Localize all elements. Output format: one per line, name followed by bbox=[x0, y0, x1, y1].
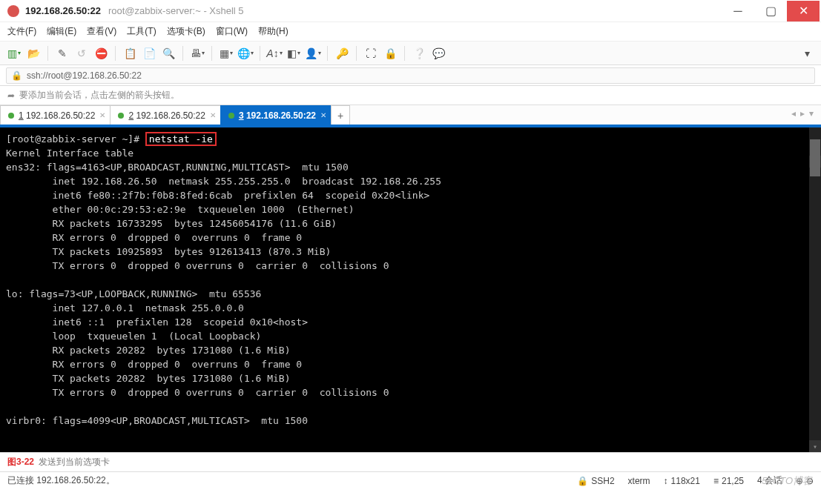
footer-hint: 图3-22 发送到当前选项卡 bbox=[0, 452, 821, 471]
app-icon bbox=[7, 5, 19, 17]
terminal-output: Kernel Interface table ens32: flags=4163… bbox=[6, 147, 441, 426]
edit-icon[interactable]: ✎ bbox=[54, 45, 70, 62]
window-title-main: 192.168.26.50:22 bbox=[25, 5, 101, 16]
toolbar: ▥▾ 📂 ✎ ↺ ⛔ 📋 📄 🔍 🖶▾ ▦▾ 🌐▾ A↕▾ ◧▾ 👤▾ 🔑 ⛶ … bbox=[0, 42, 821, 65]
status-proto: SSH2 bbox=[591, 476, 614, 486]
print-icon[interactable]: 🖶▾ bbox=[189, 45, 205, 62]
send-hint: 发送到当前选项卡 bbox=[39, 456, 110, 468]
tabs-next-icon[interactable]: ▸ bbox=[800, 108, 805, 119]
menubar: 文件(F) 编辑(E) 查看(V) 工具(T) 选项卡(B) 窗口(W) 帮助(… bbox=[0, 22, 821, 42]
close-icon[interactable]: ✕ bbox=[99, 111, 105, 119]
toolbar-overflow-icon[interactable]: ▾ bbox=[799, 45, 815, 62]
add-session-arrow-icon[interactable]: ➦ bbox=[7, 90, 15, 101]
status-connection: 已连接 192.168.26.50:22。 bbox=[7, 474, 115, 487]
status-minus-icon[interactable]: ⊖ bbox=[806, 476, 814, 486]
addressbar: 🔒 ssh://root@192.168.26.50:22 bbox=[0, 65, 821, 86]
terminal[interactable]: [root@zabbix-server ~]# netstat -ie Kern… bbox=[0, 127, 821, 452]
color-icon[interactable]: ◧▾ bbox=[286, 45, 302, 62]
window-minimize-button[interactable] bbox=[722, 1, 754, 21]
disconnect-icon[interactable]: ⛔ bbox=[93, 45, 109, 62]
ssh-lock-icon: 🔒 bbox=[11, 70, 22, 81]
globe-icon[interactable]: 🌐▾ bbox=[237, 45, 254, 62]
session-tab-1[interactable]: 1 192.168.26.50:22 ✕ bbox=[0, 105, 111, 125]
session-tab-3[interactable]: 3 192.168.26.50:22 ✕ bbox=[220, 105, 332, 125]
open-icon[interactable]: 📂 bbox=[25, 45, 42, 62]
menu-tools[interactable]: 工具(T) bbox=[127, 25, 156, 38]
status-dot-icon bbox=[228, 113, 234, 119]
users-icon[interactable]: 👤▾ bbox=[305, 45, 321, 62]
lock-small-icon: 🔒 bbox=[577, 476, 588, 486]
status-plus-icon[interactable]: ⊕ bbox=[796, 476, 803, 486]
paste-icon[interactable]: 📄 bbox=[141, 45, 157, 62]
find-icon[interactable]: 🔍 bbox=[160, 45, 177, 62]
updown-icon: ↕ bbox=[664, 476, 668, 486]
tabs-menu-icon[interactable]: ▾ bbox=[809, 108, 814, 119]
reconnect-icon[interactable]: ↺ bbox=[73, 45, 90, 62]
address-field[interactable]: 🔒 ssh://root@192.168.26.50:22 bbox=[6, 67, 815, 84]
terminal-scrollbar[interactable]: ▴ ▾ bbox=[809, 127, 821, 452]
close-icon[interactable]: ✕ bbox=[320, 111, 326, 119]
hintbar: ➦ 要添加当前会话，点击左侧的箭头按钮。 bbox=[0, 86, 821, 105]
terminal-prompt: [root@zabbix-server ~]# bbox=[6, 133, 145, 145]
titlebar: 192.168.26.50:22 root@zabbix-server:~ - … bbox=[0, 0, 821, 22]
menu-edit[interactable]: 编辑(E) bbox=[47, 25, 76, 38]
key-icon[interactable]: 🔑 bbox=[334, 45, 350, 62]
address-url: ssh://root@192.168.26.50:22 bbox=[27, 70, 142, 81]
properties-icon[interactable]: ▦▾ bbox=[218, 45, 234, 62]
scroll-down-icon[interactable]: ▾ bbox=[809, 440, 821, 452]
menu-window[interactable]: 窗口(W) bbox=[216, 25, 248, 38]
status-termtype: xterm bbox=[628, 476, 650, 486]
ruler-icon: ≡ bbox=[713, 476, 719, 486]
figure-label: 图3-22 bbox=[7, 456, 34, 468]
help-icon[interactable]: ❔ bbox=[411, 45, 427, 62]
status-dot-icon bbox=[8, 113, 14, 119]
lock-icon[interactable]: 🔒 bbox=[382, 45, 398, 62]
status-cursor: 21,25 bbox=[722, 476, 744, 486]
copy-icon[interactable]: 📋 bbox=[122, 45, 138, 62]
close-icon[interactable]: ✕ bbox=[210, 111, 216, 119]
menu-view[interactable]: 查看(V) bbox=[87, 25, 116, 38]
hint-text: 要添加当前会话，点击左侧的箭头按钮。 bbox=[19, 89, 179, 102]
new-session-icon[interactable]: ▥▾ bbox=[6, 45, 22, 62]
menu-file[interactable]: 文件(F) bbox=[7, 25, 36, 38]
scroll-thumb[interactable] bbox=[810, 139, 820, 176]
status-size: 118x21 bbox=[671, 476, 700, 486]
status-sessions: 4 会话 bbox=[757, 474, 782, 487]
statusbar: 已连接 192.168.26.50:22。 🔒SSH2 xterm ↕118x2… bbox=[0, 471, 821, 489]
window-close-button[interactable] bbox=[787, 1, 820, 21]
fullscreen-icon[interactable]: ⛶ bbox=[363, 45, 379, 62]
session-tab-2[interactable]: 2 192.168.26.50:22 ✕ bbox=[110, 105, 220, 125]
terminal-command-highlight: netstat -ie bbox=[145, 132, 217, 146]
menu-tabs[interactable]: 选项卡(B) bbox=[167, 25, 205, 38]
window-maximize-button[interactable] bbox=[754, 1, 787, 21]
status-dot-icon bbox=[118, 113, 124, 119]
session-tabs: 1 192.168.26.50:22 ✕ 2 192.168.26.50:22 … bbox=[0, 105, 821, 125]
menu-help[interactable]: 帮助(H) bbox=[258, 25, 288, 38]
font-icon[interactable]: A↕▾ bbox=[266, 45, 283, 62]
window-title-sub: root@zabbix-server:~ - Xshell 5 bbox=[108, 5, 244, 16]
tabs-prev-icon[interactable]: ◂ bbox=[791, 108, 796, 119]
chat-icon[interactable]: 💬 bbox=[430, 45, 446, 62]
add-tab-button[interactable]: + bbox=[331, 105, 350, 125]
